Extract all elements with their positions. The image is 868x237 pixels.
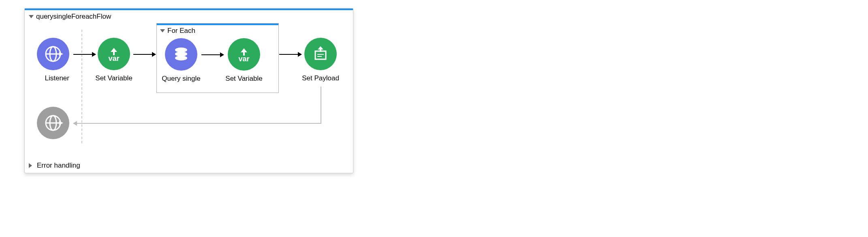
node-response[interactable] bbox=[37, 107, 69, 139]
node-listener[interactable]: Listener bbox=[37, 38, 69, 82]
set-variable-icon: var bbox=[98, 38, 130, 70]
set-payload-icon bbox=[304, 38, 337, 70]
flow-panel: querysingleForeachFlow Listener bbox=[24, 8, 353, 173]
node-set-payload[interactable]: Set Payload bbox=[304, 38, 337, 82]
collapse-triangle-icon[interactable] bbox=[29, 15, 34, 18]
node-label: Query single bbox=[162, 75, 200, 83]
error-handling-row[interactable]: Error handling bbox=[29, 162, 80, 170]
error-section-title: Error handling bbox=[37, 162, 80, 170]
database-icon bbox=[165, 38, 197, 71]
flow-arrow bbox=[73, 54, 96, 55]
svg-text:var: var bbox=[108, 54, 119, 62]
scope-title-row[interactable]: For Each bbox=[157, 25, 278, 36]
collapse-triangle-icon[interactable] bbox=[160, 29, 165, 32]
scope-foreach[interactable]: For Each Query single bbox=[156, 23, 279, 93]
flow-title: querysingleForeachFlow bbox=[36, 13, 111, 21]
node-set-variable-2[interactable]: var Set Variable bbox=[228, 38, 260, 83]
node-label: Set Variable bbox=[225, 75, 262, 83]
return-arrow bbox=[73, 123, 81, 124]
expand-triangle-icon[interactable] bbox=[29, 163, 32, 168]
source-separator bbox=[81, 30, 82, 143]
svg-point-8 bbox=[175, 56, 187, 60]
node-label: Set Payload bbox=[302, 74, 339, 82]
flow-arrow bbox=[201, 54, 224, 55]
node-label: Listener bbox=[45, 74, 69, 82]
node-query-single[interactable]: Query single bbox=[165, 38, 197, 83]
http-response-icon bbox=[37, 107, 69, 139]
set-variable-icon: var bbox=[228, 38, 260, 71]
node-label: Set Variable bbox=[95, 74, 132, 82]
flow-arrow bbox=[133, 54, 156, 55]
return-connector bbox=[79, 123, 321, 124]
svg-text:var: var bbox=[238, 55, 249, 63]
svg-marker-3 bbox=[59, 52, 63, 56]
flow-arrow bbox=[279, 54, 301, 55]
svg-rect-11 bbox=[315, 51, 326, 59]
return-connector bbox=[321, 86, 321, 123]
flow-canvas: Listener var Set Variable bbox=[25, 22, 353, 143]
scope-title: For Each bbox=[167, 27, 195, 35]
flow-title-row[interactable]: querysingleForeachFlow bbox=[25, 10, 353, 22]
node-set-variable-1[interactable]: var Set Variable bbox=[98, 38, 130, 82]
http-listener-icon bbox=[37, 38, 69, 70]
svg-marker-18 bbox=[59, 121, 63, 125]
